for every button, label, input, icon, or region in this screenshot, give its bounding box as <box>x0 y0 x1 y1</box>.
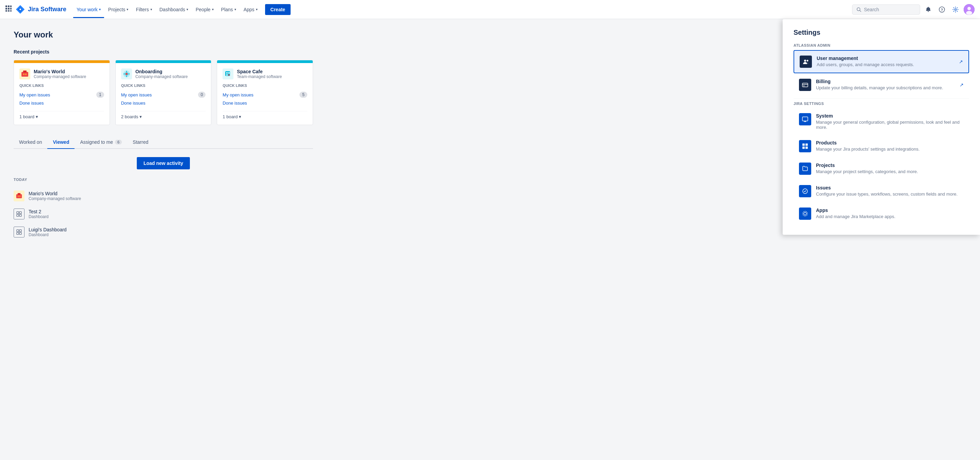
svg-rect-56 <box>805 147 808 149</box>
quick-link-open-issues[interactable]: My open issues 0 <box>121 90 206 99</box>
settings-item-apps[interactable]: Apps Add and manage Jira Marketplace app… <box>794 203 969 225</box>
chevron-down-icon: ▾ <box>186 8 188 11</box>
settings-item-user-management[interactable]: User management Add users, groups, and m… <box>794 50 969 73</box>
external-link-icon: ↗ <box>959 59 963 64</box>
tab-viewed[interactable]: Viewed <box>47 136 75 148</box>
svg-rect-38 <box>19 212 21 214</box>
tab-assigned-to-me[interactable]: Assigned to me 6 <box>75 136 127 148</box>
jira-settings-label: JIRA SETTINGS <box>794 102 969 105</box>
settings-panel: Settings ATLASSIAN ADMIN User management… <box>783 19 980 235</box>
settings-item-issues[interactable]: Issues Configure your issue types, workf… <box>794 180 969 202</box>
dashboard-icon <box>14 209 24 219</box>
settings-item-billing[interactable]: Billing Update your billing details, man… <box>794 74 969 96</box>
help-icon: ? <box>939 6 945 13</box>
jira-logo-icon <box>16 5 25 14</box>
project-icon-image <box>21 70 29 78</box>
activity-item-test2[interactable]: Test 2 Dashboard <box>14 205 313 223</box>
nav-logo-text: Jira Software <box>28 6 66 13</box>
boards-link[interactable]: 2 boards ▾ <box>121 111 206 119</box>
project-icon-image <box>224 70 232 78</box>
svg-rect-6 <box>5 10 7 11</box>
settings-item-name: Billing <box>816 79 955 84</box>
settings-item-desc: Update your billing details, manage your… <box>816 85 955 90</box>
svg-rect-29 <box>226 72 228 73</box>
chevron-down-icon: ▾ <box>150 8 152 11</box>
nav-right: Search Search / ? <box>852 4 975 15</box>
activity-icon <box>14 190 24 201</box>
nav-item-dashboards[interactable]: Dashboards ▾ <box>156 4 192 15</box>
activity-item-marios-world[interactable]: Mario's World Company-managed software <box>14 187 313 205</box>
recent-projects-title: Recent projects <box>14 49 313 54</box>
tab-starred[interactable]: Starred <box>127 136 154 148</box>
project-icon <box>121 69 132 79</box>
project-card-onboarding[interactable]: Onboarding Company-managed software QUIC… <box>115 60 212 125</box>
svg-rect-47 <box>802 83 808 87</box>
project-card-body: Onboarding Company-managed software QUIC… <box>116 63 211 125</box>
quick-link-open-issues[interactable]: My open issues 1 <box>19 90 104 99</box>
settings-item-text: Projects Manage your project settings, c… <box>816 163 964 174</box>
quick-link-done-issues[interactable]: Done issues <box>19 99 104 107</box>
project-card-marios-world[interactable]: Mario's World Company-managed software Q… <box>14 60 110 125</box>
boards-link[interactable]: 1 board ▾ <box>19 111 104 119</box>
nav-item-plans[interactable]: Plans ▾ <box>218 4 240 15</box>
create-button[interactable]: Create <box>265 4 291 15</box>
avatar[interactable] <box>964 4 975 15</box>
search-box[interactable]: Search <box>852 5 920 14</box>
project-type: Team-managed software <box>237 74 282 79</box>
issue-count-badge: 0 <box>198 92 206 98</box>
nav-item-projects[interactable]: Projects ▾ <box>105 4 132 15</box>
chevron-down-icon: ▾ <box>99 8 101 11</box>
notifications-button[interactable] <box>923 4 934 15</box>
help-button[interactable]: ? <box>937 4 947 15</box>
svg-rect-8 <box>10 10 11 11</box>
svg-point-35 <box>18 196 19 196</box>
quick-link-done-issues[interactable]: Done issues <box>121 99 206 107</box>
tab-worked-on[interactable]: Worked on <box>14 136 47 148</box>
settings-item-system[interactable]: System Manage your general configuration… <box>794 109 969 134</box>
nav-item-apps[interactable]: Apps ▾ <box>240 4 261 15</box>
project-card-header <box>14 60 110 63</box>
settings-button[interactable] <box>950 4 961 15</box>
project-icon <box>19 69 30 79</box>
grid-icon[interactable] <box>5 5 11 13</box>
search-placeholder: Search <box>864 7 879 12</box>
project-name: Space Cafe <box>237 69 282 74</box>
settings-item-desc: Add and manage Jira Marketplace apps. <box>816 214 964 219</box>
settings-item-name: Issues <box>816 185 964 190</box>
svg-point-16 <box>966 11 972 15</box>
settings-item-desc: Manage your Jira products' settings and … <box>816 147 964 152</box>
svg-rect-39 <box>17 214 19 216</box>
svg-rect-43 <box>17 232 19 235</box>
project-card-text: Onboarding Company-managed software <box>135 69 188 79</box>
load-new-activity-button[interactable]: Load new activity <box>137 157 190 169</box>
project-card-body: Mario's World Company-managed software Q… <box>14 63 110 125</box>
nav-item-people[interactable]: People ▾ <box>192 4 217 15</box>
svg-rect-41 <box>17 230 19 232</box>
nav-item-your-work[interactable]: Your work ▾ <box>73 4 104 15</box>
svg-rect-5 <box>10 8 11 10</box>
svg-point-36 <box>19 196 21 196</box>
atlassian-admin-label: ATLASSIAN ADMIN <box>794 43 969 47</box>
nav-logo[interactable]: Jira Software <box>16 5 66 14</box>
search-icon <box>856 7 861 12</box>
project-card-space-cafe[interactable]: Space Cafe Team-managed software QUICK L… <box>217 60 313 125</box>
settings-title: Settings <box>794 29 969 37</box>
quick-link-open-issues[interactable]: My open issues 5 <box>223 90 307 99</box>
activity-icon-image <box>16 193 22 199</box>
activity-item-luigis-dashboard[interactable]: Luigi's Dashboard Dashboard <box>14 223 313 241</box>
quick-link-done-issues[interactable]: Done issues <box>223 99 307 107</box>
project-name: Mario's World <box>34 69 86 74</box>
svg-point-46 <box>807 60 808 62</box>
chevron-down-icon: ▾ <box>239 114 241 119</box>
settings-item-products[interactable]: Products Manage your Jira products' sett… <box>794 135 969 157</box>
svg-line-10 <box>860 10 861 11</box>
svg-point-58 <box>804 212 807 215</box>
boards-link[interactable]: 1 board ▾ <box>223 111 307 119</box>
settings-item-projects[interactable]: Projects Manage your project settings, c… <box>794 158 969 180</box>
project-card-info: Onboarding Company-managed software <box>121 69 206 79</box>
svg-rect-33 <box>16 194 22 198</box>
load-activity-wrap: Load new activity <box>14 157 313 169</box>
issue-count-badge: 1 <box>96 92 104 98</box>
settings-item-desc: Configure your issue types, workflows, s… <box>816 192 964 196</box>
nav-item-filters[interactable]: Filters ▾ <box>132 4 155 15</box>
